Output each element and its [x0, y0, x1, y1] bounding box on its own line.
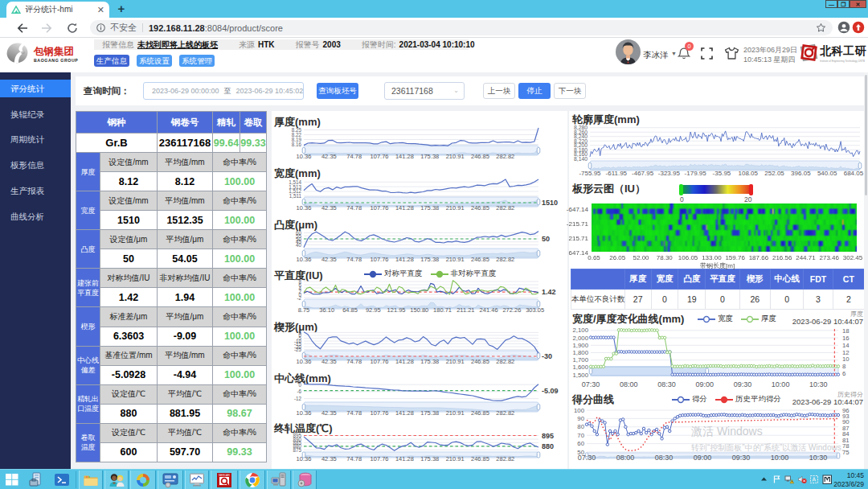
start-button[interactable]	[6, 474, 18, 486]
svg-text:74.78: 74.78	[346, 455, 362, 462]
sidebar-item-1[interactable]: 评分统计	[0, 80, 71, 97]
taskbar-app-powershell[interactable]	[50, 471, 74, 489]
sidebar-item-5[interactable]: 生产报表	[0, 182, 71, 199]
user-name[interactable]: 李冰洋	[643, 50, 669, 61]
tray-caret-icon[interactable]	[760, 475, 770, 485]
svg-text:246.85: 246.85	[471, 204, 489, 212]
svg-text:14: 14	[842, 342, 850, 349]
select-chevron-icon[interactable]: ⌄	[453, 83, 459, 99]
cloud-xlabel: 带钢长度[m]	[700, 261, 735, 270]
stop-button[interactable]: 停止	[518, 83, 551, 99]
browser-update-icon[interactable]	[852, 21, 865, 34]
tab-close-icon[interactable]: ✕	[97, 6, 104, 14]
sidebar-item-3[interactable]: 周期统计	[0, 130, 71, 148]
tray-mbox-icon[interactable]	[822, 475, 833, 485]
scrollbar-thumb[interactable]	[865, 75, 867, 195]
app-header: 包钢集团 BAOGANG GROUP 报警信息 未找到即将上线的板坯 来源 HT…	[0, 38, 868, 72]
taskbar-app-database-tool[interactable]	[293, 471, 317, 489]
reload-button[interactable]	[66, 22, 79, 35]
tray-time[interactable]: 10:45	[847, 471, 864, 479]
date-from-value[interactable]: 2023-06-29 00:00:00	[152, 87, 219, 95]
query-slab-button[interactable]: 查询板坯号	[317, 83, 358, 99]
tray-date[interactable]: 2023/6/29	[833, 480, 864, 488]
colorbar-max-handle[interactable]	[749, 184, 753, 195]
group-value: 50	[100, 249, 158, 269]
svg-text:-6: -6	[297, 388, 301, 394]
taskbar-app-computer[interactable]	[267, 471, 291, 489]
group-value: 1.42	[100, 288, 158, 307]
chart-centerline: 0-6-1210.3642.3574.78107.76141.28175.382…	[272, 381, 567, 421]
scrollbar-track[interactable]	[864, 72, 868, 469]
tray-speaker-icon[interactable]	[797, 475, 808, 485]
legend-label: 厚度	[761, 314, 776, 324]
svg-text:BAOGANG GROUP: BAOGANG GROUP	[34, 58, 78, 63]
sidebar-item-2[interactable]: 换辊纪录	[0, 105, 71, 123]
browser-tab[interactable]: 评分统计-hmi ✕	[6, 2, 109, 18]
alarm-source-label: 来源	[239, 39, 255, 51]
profile-icon[interactable]	[837, 21, 850, 34]
address-bar[interactable]: 不安全 192.168.11.28 :8084/product/score	[90, 20, 833, 35]
chart-legend-wt_trend[interactable]: 宽度厚度	[698, 314, 784, 324]
fullscreen-icon[interactable]	[701, 47, 713, 60]
taskbar-app-control-panel[interactable]	[158, 471, 183, 489]
legend-marker-icon	[431, 270, 448, 278]
user-avatar[interactable]	[616, 39, 641, 64]
sidebar-item-4[interactable]: 板形信息	[0, 156, 71, 174]
taskbar-app-visual-studio[interactable]	[130, 471, 156, 489]
not-secure-label: 不安全	[110, 22, 137, 34]
next-coil-button[interactable]: 下一块	[554, 83, 586, 99]
forward-button[interactable]	[40, 22, 53, 35]
bookmark-star-icon[interactable]	[816, 23, 826, 33]
svg-text:303.05: 303.05	[526, 306, 544, 314]
defect-header: 楔形	[739, 269, 770, 290]
tray-network-icon[interactable]	[784, 475, 795, 485]
new-tab-button[interactable]: +	[116, 3, 127, 14]
sidebar-item-6[interactable]: 曲线分析	[0, 208, 71, 225]
system-admin-button[interactable]: 系统管理	[179, 55, 215, 67]
svg-text:10.36: 10.36	[297, 409, 312, 417]
tray-flag-icon[interactable]	[772, 475, 783, 485]
svg-text:210.91: 210.91	[446, 455, 465, 462]
svg-text:-467.95: -467.95	[632, 170, 654, 177]
tray-grid-icon[interactable]	[809, 475, 820, 485]
prev-coil-button[interactable]: 上一块	[483, 83, 515, 99]
taskbar-app-server-manager[interactable]	[24, 471, 48, 489]
browser-tabstrip: 评分统计-hmi ✕ + — ❐ ✕	[0, 0, 868, 18]
chart-legend-score[interactable]: 得分历史平均得分	[672, 394, 789, 405]
date-range-input[interactable]: 2023-06-29 00:00:00 至 2023-06-29 10:45:0…	[143, 82, 304, 100]
taskbar-app-users-app[interactable]	[104, 471, 129, 489]
taskbar-app-nercar-app[interactable]: NERCAR	[211, 471, 238, 489]
shirt-icon[interactable]	[724, 47, 739, 60]
taskbar-app-file-explorer[interactable]	[79, 471, 103, 489]
header-datetime: 2023年06月29日10:45:13 星期四	[743, 45, 797, 64]
window-minimize-button[interactable]: —	[825, 0, 837, 8]
chart-legend-flatness[interactable]: 对称平直度非对称平直度	[364, 269, 505, 279]
defect-value: 0	[651, 290, 678, 310]
info-icon[interactable]	[96, 23, 105, 32]
svg-text:-611.95: -611.95	[606, 170, 628, 177]
svg-text:09:00: 09:00	[695, 380, 714, 388]
window-close-button[interactable]: ✕	[850, 0, 866, 8]
svg-text:540.05: 540.05	[817, 170, 837, 177]
svg-text:1.42: 1.42	[542, 289, 556, 297]
window-restore-button[interactable]: ❐	[837, 0, 850, 8]
query-bar: 查询时间： 2023-06-29 00:00:00 至 2023-06-29 1…	[76, 76, 865, 105]
colorbar-min-handle[interactable]	[679, 184, 683, 195]
user-caret-icon[interactable]: ▼	[671, 51, 677, 56]
production-info-button[interactable]: 生产信息	[94, 55, 129, 67]
coil-select[interactable]: 236117168 ⌄	[384, 82, 465, 100]
svg-text:175.38: 175.38	[420, 153, 439, 160]
taskbar-app-system-monitor[interactable]	[185, 471, 209, 489]
svg-text:50: 50	[542, 235, 550, 243]
date-to-value[interactable]: 2023-06-29 10:45:02	[236, 87, 304, 95]
finish-score: 99.64	[213, 134, 240, 153]
svg-text:16: 16	[842, 335, 850, 342]
org-logo-text: 北科工研 Institute of Engineering Technology…	[820, 44, 868, 64]
colorbar[interactable]	[682, 185, 751, 194]
taskbar-clock[interactable]: 10:452023/6/29	[833, 471, 864, 488]
col-header-grade: 钢种	[76, 112, 158, 134]
system-settings-button[interactable]: 系统设置	[137, 55, 172, 67]
back-button[interactable]	[16, 22, 29, 35]
taskbar-app-chrome[interactable]	[240, 471, 265, 489]
sub-label: 平均值/μm	[158, 230, 213, 249]
